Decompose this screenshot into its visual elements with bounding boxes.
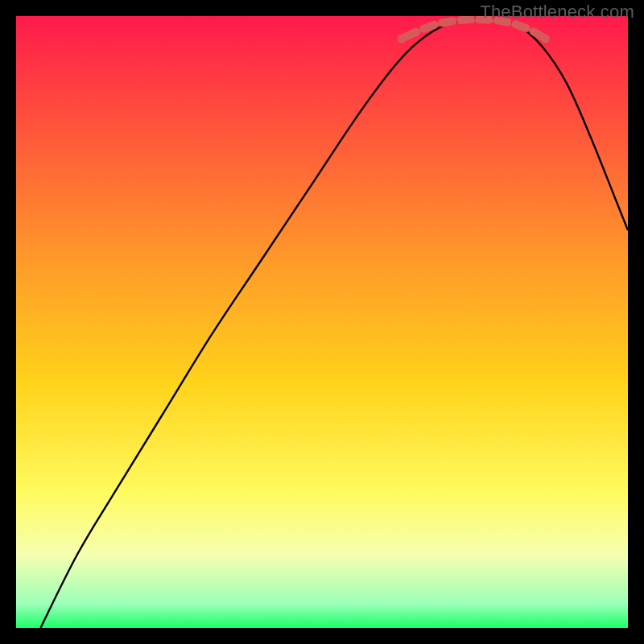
gradient-background — [16, 16, 628, 628]
optimal-zone-dash — [460, 19, 471, 20]
optimal-zone-dash — [423, 25, 434, 29]
chart-frame — [16, 16, 628, 628]
optimal-zone-dash — [405, 32, 416, 37]
bottleneck-chart — [16, 16, 628, 628]
watermark-text: TheBottleneck.com — [480, 2, 634, 23]
optimal-zone-dash — [442, 21, 452, 23]
optimal-zone-dash — [534, 31, 542, 36]
optimal-zone-dash — [515, 24, 526, 28]
